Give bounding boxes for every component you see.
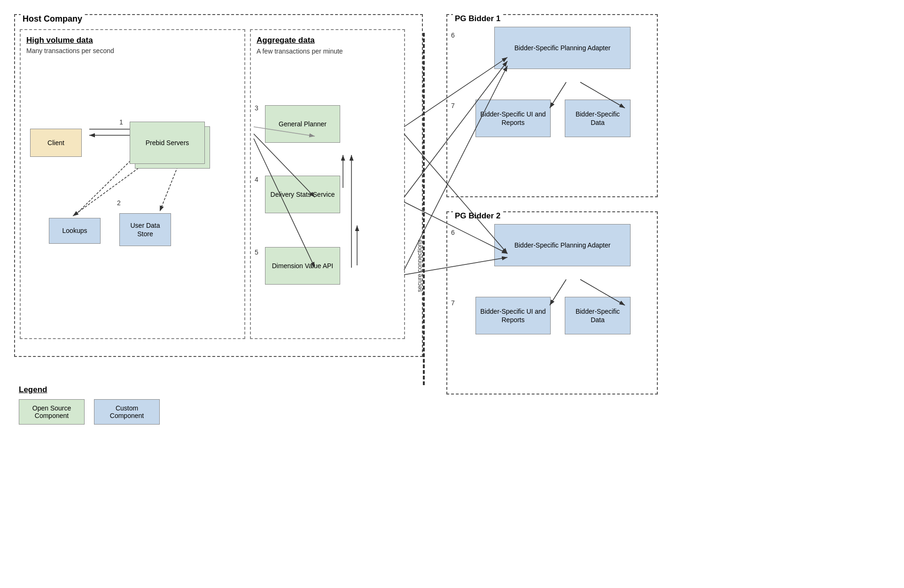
pg-bidder1-planning-adapter: Bidder-Specific Planning Adapter xyxy=(494,27,631,69)
secure-connection-line xyxy=(423,33,425,385)
aggregate-title: Aggregate data xyxy=(257,36,398,45)
pg-bidder-2-label: PG Bidder 2 xyxy=(453,211,502,221)
prebid-servers-node: Prebid Servers xyxy=(130,122,205,164)
step-6-pb2: 6 xyxy=(451,229,455,236)
delivery-stats-node: Delivery Stats Service xyxy=(265,176,340,213)
diagram-container: Host Company High volume data Many trans… xyxy=(14,14,888,568)
high-volume-section: High volume data Many transactions per s… xyxy=(20,29,245,339)
dimension-value-api-node: Dimension Value API xyxy=(265,247,340,285)
pg-bidder-1-label: PG Bidder 1 xyxy=(453,14,502,23)
pg-bidder-1-section: PG Bidder 1 6 Bidder-Specific Planning A… xyxy=(446,14,658,197)
pg-bidder1-ui-reports: Bidder-Specific UI and Reports xyxy=(475,100,551,137)
pg-bidder-2-section: PG Bidder 2 6 Bidder-Specific Planning A… xyxy=(446,211,658,395)
legend-custom: Custom Component xyxy=(94,399,160,425)
general-planner-node: General Planner xyxy=(265,105,340,143)
client-node: Client xyxy=(30,129,82,157)
legend-open-source: Open Source Component xyxy=(19,399,85,425)
user-data-store-node: User Data Store xyxy=(119,213,171,246)
step-3-label: 3 xyxy=(255,104,258,112)
legend-title: Legend xyxy=(19,385,160,395)
step-2-label: 2 xyxy=(117,199,121,207)
step-5-label: 5 xyxy=(255,248,258,256)
aggregate-subtitle: A few transactions per minute xyxy=(257,47,398,55)
legend-section: Legend Open Source Component Custom Comp… xyxy=(19,385,160,425)
host-company-label: Host Company xyxy=(21,14,84,24)
secure-connections-label: secure connections xyxy=(416,240,423,292)
step-7-pb1: 7 xyxy=(451,102,455,109)
step-6-pb1: 6 xyxy=(451,31,455,39)
step-4-label: 4 xyxy=(255,176,258,183)
lookups-node: Lookups xyxy=(49,218,101,244)
aggregate-section: Aggregate data A few transactions per mi… xyxy=(250,29,405,339)
step-1-label: 1 xyxy=(119,118,123,126)
pg-bidder2-data: Bidder-Specific Data xyxy=(565,297,631,334)
pg-bidder2-ui-reports: Bidder-Specific UI and Reports xyxy=(475,297,551,334)
pg-bidder1-data: Bidder-Specific Data xyxy=(565,100,631,137)
high-volume-subtitle: Many transactions per second xyxy=(26,47,239,54)
step-7-pb2: 7 xyxy=(451,299,455,307)
legend-items: Open Source Component Custom Component xyxy=(19,399,160,425)
host-company-box: Host Company High volume data Many trans… xyxy=(14,14,423,357)
pg-bidder2-planning-adapter: Bidder-Specific Planning Adapter xyxy=(494,224,631,266)
high-volume-title: High volume data xyxy=(26,36,239,45)
